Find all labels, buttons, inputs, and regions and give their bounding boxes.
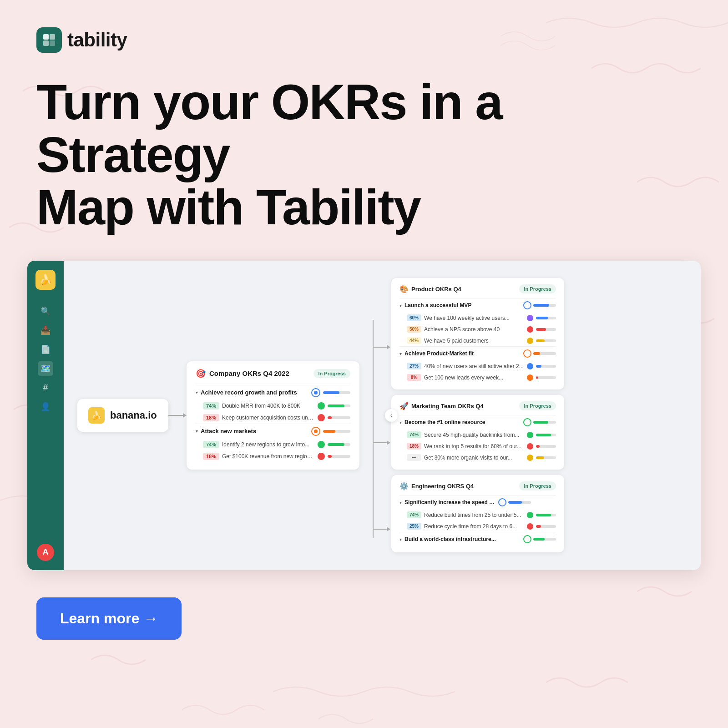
svg-rect-1 <box>50 34 55 40</box>
nav-expand-button[interactable]: ‹ <box>385 409 398 422</box>
sidebar-map-icon[interactable]: 🗺️ <box>38 361 53 376</box>
prod-kr-bar-2-2 <box>536 376 556 379</box>
kr-row-1-2: 18% Keep customer acquisition costs unde… <box>196 412 350 424</box>
obj2-circle <box>311 427 320 436</box>
prod-kr-pct-1-1: 60% <box>407 314 421 321</box>
company-node: 🍌 banana.io <box>77 399 168 432</box>
prod-kr-pct-2-2: 8% <box>407 374 421 381</box>
kr-row-2-1: 74% Identify 2 new regions to grow into.… <box>196 439 350 450</box>
sidebar-users-icon[interactable]: 👤 <box>38 399 53 415</box>
objective-row-1: ▾ Achieve record growth and profits <box>196 385 350 400</box>
mkt-kr-bar-2 <box>536 445 556 448</box>
prod-obj-1-name: Launch a successful MVP <box>404 302 521 308</box>
mkt-kr-1: 74% Secure 45 high-quality backlinks fro… <box>399 429 556 440</box>
headline: Turn your OKRs in a Strategy Map with Ta… <box>36 76 537 233</box>
prod-kr-1-1: 60% We have 100 weekly active users... <box>399 312 556 324</box>
mkt-obj-1-name: Become the #1 online resource <box>404 419 521 425</box>
eng-kr-text-2: Reduce cycle time from 28 days to 6... <box>424 523 524 530</box>
obj1-circle <box>311 388 320 397</box>
kr-pct-2-2: 18% <box>203 453 219 460</box>
mkt-kr-av-3 <box>527 455 533 461</box>
marketing-okr-card: 🚀 Marketing Team OKRs Q4 In Progress ▾ B… <box>391 395 564 470</box>
kr-bar-2-1 <box>328 443 350 446</box>
eng-card-title: Engineering OKRS Q4 <box>411 483 474 490</box>
company-node-icon: 🍌 <box>88 407 105 424</box>
kr-pct-2-1: 74% <box>203 441 219 448</box>
logo-area: tability <box>36 27 692 53</box>
mkt-kr-pct-2: 18% <box>407 443 421 450</box>
mkt-kr-3: — Get 30% more organic visits to our... <box>399 452 556 463</box>
eng-chevron-1: ▾ <box>399 500 402 505</box>
eng-kr-2: 25% Reduce cycle time from 28 days to 6.… <box>399 521 556 532</box>
eng-card-emoji: ⚙️ <box>399 482 409 490</box>
prod-kr-text-2-1: 40% of new users are still active after … <box>424 363 524 369</box>
eng-kr-1: 74% Reduce build times from 25 to under … <box>399 509 556 521</box>
marketing-card-emoji: 🚀 <box>399 402 409 410</box>
sidebar-search-icon[interactable]: 🔍 <box>38 303 53 319</box>
eng-obj-2: ▾ Build a world-class infrastructure... <box>399 532 556 546</box>
prod-kr-bar-1-1 <box>536 317 556 319</box>
product-card-emoji: 🎨 <box>399 285 409 293</box>
mkt-obj1-circle <box>523 418 531 426</box>
mkt-kr-av-2 <box>527 443 533 450</box>
marketing-card-badge: In Progress <box>519 401 556 410</box>
obj1-progress-bar <box>323 391 350 394</box>
prod-kr-av-2-1 <box>527 363 533 369</box>
mkt-kr-text-2: We rank in top 5 results for 60% of our.… <box>424 443 524 450</box>
prod-kr-2-2: 8% Get 100 new leads every week... <box>399 372 556 383</box>
eng-obj-1: ▾ Significantly increase the speed of ou… <box>399 495 556 509</box>
objective-name-1: Achieve record growth and profits <box>201 389 308 396</box>
prod-kr-bar-1-3 <box>536 339 556 342</box>
eng-kr-pct-1: 74% <box>407 511 421 518</box>
right-okr-cards: 🎨 Product OKRs Q4 In Progress ▾ Launch a… <box>391 278 564 552</box>
kr-row-2-2: 18% Get $100K revenue from new regions..… <box>196 450 350 462</box>
sidebar-hash-icon[interactable]: # <box>38 380 53 395</box>
kr-pct-1-2: 18% <box>203 414 219 421</box>
prod-kr-1-2: 50% Achieve a NPS score above 40 <box>399 324 556 335</box>
mkt-kr-pct-1: 74% <box>407 431 421 438</box>
mkt-kr-pct-3: — <box>407 454 421 461</box>
prod-chevron-1: ▾ <box>399 303 402 308</box>
prod-chevron-2: ▾ <box>399 351 402 356</box>
middle-okr-card: 🎯 Company OKRs Q4 2022 In Progress ▾ Ach… <box>187 361 359 470</box>
kr-text-1-1: Double MRR from 400K to 800K <box>222 403 315 409</box>
sidebar-logo-icon[interactable]: 🍌 <box>35 270 56 290</box>
prod-kr-text-1-1: We have 100 weekly active users... <box>424 315 524 321</box>
svg-marker-8 <box>387 345 390 349</box>
svg-rect-0 <box>43 34 49 40</box>
sidebar-avatar[interactable]: A <box>37 544 54 561</box>
prod-kr-text-1-3: We have 5 paid customers <box>424 338 524 344</box>
prod-kr-text-1-2: Achieve a NPS score above 40 <box>424 326 524 333</box>
kr-text-1-2: Keep customer acquisition costs under... <box>222 415 315 421</box>
mkt-kr-2: 18% We rank in top 5 results for 60% of … <box>399 440 556 452</box>
mkt-chevron-1: ▾ <box>399 420 402 425</box>
objective-row-2: ▾ Attack new markets <box>196 424 350 439</box>
prod-kr-1-3: 44% We have 5 paid customers <box>399 335 556 346</box>
prod-obj2-bar <box>533 352 556 355</box>
sidebar: 🍌 🔍 📥 📄 🗺️ # 👤 A <box>27 261 64 570</box>
kr-row-1-1: 74% Double MRR from 400K to 800K <box>196 400 350 412</box>
mkt-obj1-bar <box>533 421 556 424</box>
prod-kr-av-1-3 <box>527 338 533 344</box>
prod-obj-2-name: Achieve Product-Market fit <box>404 350 521 357</box>
engineering-okr-card: ⚙️ Engineering OKRS Q4 In Progress ▾ Sig… <box>391 475 564 552</box>
prod-kr-pct-1-2: 50% <box>407 326 421 333</box>
logo-text: tability <box>67 29 127 51</box>
sidebar-doc-icon[interactable]: 📄 <box>38 342 53 357</box>
chevron-icon-1: ▾ <box>196 390 198 395</box>
eng-kr-text-1: Reduce build times from 25 to under 5... <box>424 512 524 518</box>
prod-kr-av-2-2 <box>527 374 533 381</box>
kr-bar-1-2 <box>328 416 350 419</box>
learn-more-button[interactable]: Learn more → <box>36 597 182 640</box>
product-card-title: Product OKRs Q4 <box>411 286 461 293</box>
kr-avatar-1-1 <box>318 402 325 410</box>
mkt-kr-bar-1 <box>536 434 556 436</box>
svg-rect-2 <box>43 40 49 46</box>
eng-kr-pct-2: 25% <box>407 523 421 530</box>
mkt-kr-av-1 <box>527 432 533 438</box>
mkt-kr-text-3: Get 30% more organic visits to our... <box>424 455 524 461</box>
connector-section: ‹ <box>359 274 391 556</box>
eng-card-badge: In Progress <box>519 481 556 490</box>
sidebar-inbox-icon[interactable]: 📥 <box>38 323 53 338</box>
prod-kr-bar-1-2 <box>536 328 556 331</box>
